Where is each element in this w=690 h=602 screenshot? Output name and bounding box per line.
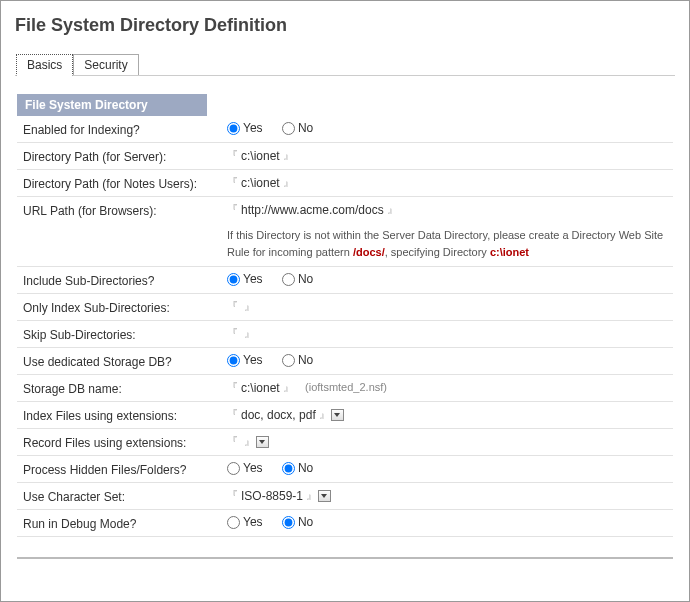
- row-skip-sub: Skip Sub-Directories: 『』: [17, 321, 673, 348]
- page-title: File System Directory Definition: [15, 15, 675, 36]
- label-only-index-sub: Only Index Sub-Directories:: [23, 299, 219, 315]
- radio-debug-yes[interactable]: Yes: [227, 515, 263, 529]
- row-hidden: Process Hidden Files/Folders? Yes No: [17, 456, 673, 483]
- radio-debug-no[interactable]: No: [282, 515, 313, 529]
- radio-include-sub-no[interactable]: No: [282, 272, 313, 286]
- tab-bar: Basics Security: [15, 54, 675, 76]
- radio-hidden-no[interactable]: No: [282, 461, 313, 475]
- radio-enabled-no[interactable]: No: [282, 121, 313, 135]
- row-dedicated-db: Use dedicated Storage DB? Yes No: [17, 348, 673, 375]
- url-path-note: If this Directory is not within the Serv…: [17, 223, 673, 267]
- radio-hidden: Yes No: [219, 461, 673, 475]
- label-include-sub: Include Sub-Directories?: [23, 272, 219, 288]
- window: File System Directory Definition Basics …: [0, 0, 690, 602]
- label-dir-server: Directory Path (for Server):: [23, 148, 219, 164]
- row-enabled: Enabled for Indexing? Yes No: [17, 116, 673, 143]
- field-dir-notes[interactable]: 『c:\ionet』: [219, 175, 673, 190]
- radio-enabled: Yes No: [219, 121, 673, 135]
- dropdown-icon[interactable]: [318, 490, 331, 502]
- dropdown-icon[interactable]: [256, 436, 269, 448]
- label-dir-notes: Directory Path (for Notes Users):: [23, 175, 219, 191]
- section-header: File System Directory: [17, 94, 207, 116]
- storage-hint: (ioftsmted_2.nsf): [305, 381, 387, 393]
- row-debug: Run in Debug Mode? Yes No: [17, 510, 673, 537]
- label-enabled: Enabled for Indexing?: [23, 121, 219, 137]
- radio-include-sub: Yes No: [219, 272, 673, 286]
- field-skip-sub[interactable]: 『』: [219, 326, 673, 341]
- radio-debug: Yes No: [219, 515, 673, 529]
- label-debug: Run in Debug Mode?: [23, 515, 219, 531]
- field-record-ext[interactable]: 『』: [219, 434, 673, 449]
- bottom-rule: [17, 557, 673, 559]
- row-include-sub: Include Sub-Directories? Yes No: [17, 267, 673, 294]
- label-skip-sub: Skip Sub-Directories:: [23, 326, 219, 342]
- field-index-ext[interactable]: 『doc, docx, pdf』: [219, 407, 673, 422]
- row-storage-name: Storage DB name: 『c:\ionet』 (ioftsmted_2…: [17, 375, 673, 402]
- field-only-index-sub[interactable]: 『』: [219, 299, 673, 314]
- label-url-path: URL Path (for Browsers):: [23, 202, 219, 218]
- field-storage-name[interactable]: 『c:\ionet』 (ioftsmted_2.nsf): [219, 380, 673, 395]
- tab-body-basics: File System Directory Enabled for Indexi…: [15, 76, 675, 563]
- row-record-ext: Record Files using extensions: 『』: [17, 429, 673, 456]
- tab-security[interactable]: Security: [73, 54, 138, 75]
- tab-basics[interactable]: Basics: [16, 54, 73, 76]
- radio-hidden-yes[interactable]: Yes: [227, 461, 263, 475]
- dropdown-icon[interactable]: [331, 409, 344, 421]
- label-record-ext: Record Files using extensions:: [23, 434, 219, 450]
- label-charset: Use Character Set:: [23, 488, 219, 504]
- label-dedicated-db: Use dedicated Storage DB?: [23, 353, 219, 369]
- radio-dedicated-db-yes[interactable]: Yes: [227, 353, 263, 367]
- radio-include-sub-yes[interactable]: Yes: [227, 272, 263, 286]
- radio-dedicated-db-no[interactable]: No: [282, 353, 313, 367]
- label-storage-name: Storage DB name:: [23, 380, 219, 396]
- radio-enabled-yes[interactable]: Yes: [227, 121, 263, 135]
- field-dir-server[interactable]: 『c:\ionet』: [219, 148, 673, 163]
- label-hidden: Process Hidden Files/Folders?: [23, 461, 219, 477]
- row-only-index-sub: Only Index Sub-Directories: 『』: [17, 294, 673, 321]
- field-url-path[interactable]: 『http://www.acme.com/docs』: [219, 202, 673, 217]
- radio-dedicated-db: Yes No: [219, 353, 673, 367]
- row-charset: Use Character Set: 『ISO-8859-1』: [17, 483, 673, 510]
- field-charset[interactable]: 『ISO-8859-1』: [219, 488, 673, 503]
- row-index-ext: Index Files using extensions: 『doc, docx…: [17, 402, 673, 429]
- row-dir-notes: Directory Path (for Notes Users): 『c:\io…: [17, 170, 673, 197]
- row-url-path: URL Path (for Browsers): 『http://www.acm…: [17, 197, 673, 223]
- row-dir-server: Directory Path (for Server): 『c:\ionet』: [17, 143, 673, 170]
- label-index-ext: Index Files using extensions:: [23, 407, 219, 423]
